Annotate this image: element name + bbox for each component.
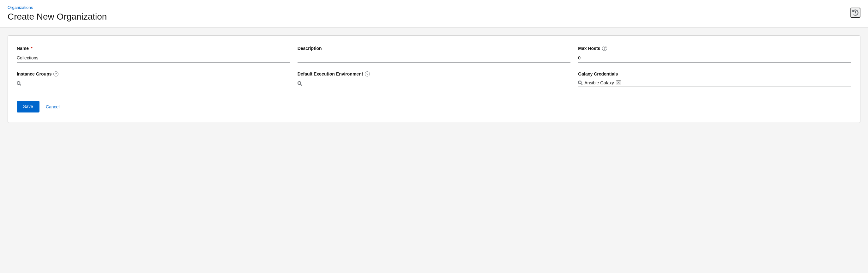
form-row-1: Name * Description Max Hosts ? [17,46,851,63]
max-hosts-input[interactable] [578,53,851,63]
max-hosts-field-group: Max Hosts ? [578,46,851,63]
default-execution-env-search-button[interactable] [298,81,304,86]
galaxy-credentials-tag-label: Ansible Galaxy [584,80,614,85]
page-title: Create New Organization [7,11,107,23]
description-label: Description [298,46,571,51]
default-execution-env-search-wrapper [298,79,571,88]
default-execution-env-label-text: Default Execution Environment [298,71,363,77]
save-button[interactable]: Save [17,101,39,113]
search-icon [578,81,583,85]
galaxy-credentials-label-text: Galaxy Credentials [578,71,618,77]
default-execution-env-input[interactable] [304,80,571,87]
instance-groups-search-wrapper [17,79,290,88]
main-content: Name * Description Max Hosts ? [0,28,868,269]
galaxy-credentials-tag: Ansible Galaxy ✕ [584,80,621,85]
instance-groups-field-group: Instance Groups ? [17,71,290,88]
max-hosts-label-text: Max Hosts [578,46,600,51]
header-left: Organizations Create New Organization [7,5,107,23]
max-hosts-help-icon[interactable]: ? [602,46,607,51]
instance-groups-input[interactable] [23,80,290,87]
default-execution-env-help-icon[interactable]: ? [365,71,370,77]
galaxy-credentials-search-button[interactable] [578,81,584,85]
instance-groups-label: Instance Groups ? [17,71,290,77]
galaxy-credentials-search-wrapper: Ansible Galaxy ✕ [578,79,851,87]
galaxy-credentials-remove-button[interactable]: ✕ [616,80,621,85]
name-label: Name * [17,46,290,51]
name-field-group: Name * [17,46,290,63]
galaxy-credentials-label: Galaxy Credentials [578,71,851,77]
name-input[interactable] [17,53,290,63]
breadcrumb[interactable]: Organizations [7,5,107,10]
page-header: Organizations Create New Organization [0,0,868,28]
history-icon [852,9,859,16]
form-card: Name * Description Max Hosts ? [7,35,861,123]
cancel-button[interactable]: Cancel [44,102,61,112]
galaxy-credentials-field-group: Galaxy Credentials Ansible Galaxy ✕ [578,71,851,88]
description-input[interactable] [298,53,571,63]
search-icon [298,81,302,86]
search-icon [17,81,21,86]
description-field-group: Description [298,46,571,63]
instance-groups-search-button[interactable] [17,81,23,86]
description-label-text: Description [298,46,322,51]
default-execution-env-field-group: Default Execution Environment ? [298,71,571,88]
form-row-2: Instance Groups ? Default Execution Envi… [17,71,851,88]
instance-groups-help-icon[interactable]: ? [53,71,58,77]
required-indicator: * [31,46,32,51]
default-execution-env-label: Default Execution Environment ? [298,71,571,77]
instance-groups-label-text: Instance Groups [17,71,52,77]
name-label-text: Name [17,46,29,51]
max-hosts-label: Max Hosts ? [578,46,851,51]
history-button[interactable] [850,7,861,18]
form-actions: Save Cancel [17,97,851,113]
header-actions [850,5,861,18]
